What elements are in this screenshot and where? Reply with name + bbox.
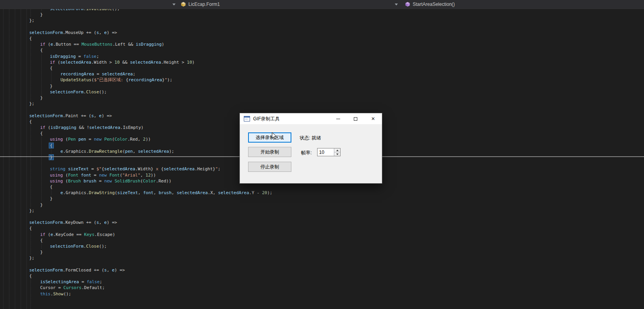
close-button[interactable]: ✕ <box>364 114 382 124</box>
code-line: if (e.Button == MouseButtons.Left && isD… <box>40 41 164 47</box>
code-line: }; <box>29 208 34 214</box>
spinner-up-button[interactable] <box>334 148 340 152</box>
code-line: { <box>50 65 53 71</box>
maximize-button[interactable] <box>347 114 364 124</box>
spinner-down-button[interactable] <box>334 152 340 156</box>
code-line: isSelectingArea = false; <box>40 279 102 285</box>
code-line: } <box>50 154 53 160</box>
start-record-button[interactable]: 开始录制 <box>248 147 291 157</box>
code-line: } <box>40 95 43 101</box>
code-line: using (Brush brush = new SolidBrush(Colo… <box>50 178 171 184</box>
code-line: { <box>50 184 53 190</box>
code-line: e.Graphics.DrawRectangle(pen, selectedAr… <box>60 148 174 154</box>
spinner-down-icon <box>336 154 339 155</box>
code-line: { <box>40 47 43 53</box>
navbar-member-dropdown[interactable]: StartAreaSelection() <box>401 0 644 9</box>
gif-tool-dialog: GIF录制工具 ✕ 选择录制区域 状态: 就绪 开始录制 帧率: 10 <box>240 113 382 184</box>
code-line: selectionForm.Close(); <box>50 89 107 95</box>
code-line: { <box>29 119 32 125</box>
close-icon: ✕ <box>371 116 375 121</box>
code-line: if (isDragging && !selectedArea.IsEmpty) <box>40 125 144 130</box>
code-line: } <box>40 249 43 255</box>
code-line: { <box>40 130 43 136</box>
code-line: if (e.KeyCode == Keys.Escape) <box>40 232 115 238</box>
navbar-class-dropdown[interactable]: LicEcap.Form1 <box>179 0 401 9</box>
chevron-down-icon <box>395 4 398 5</box>
chevron-down-icon <box>172 4 176 5</box>
status-label: 状态: 就绪 <box>300 135 321 141</box>
code-line: using (Pen pen = new Pen(Color.Red, 2)) <box>50 136 151 142</box>
code-line: Cursor = Cursors.Default; <box>40 285 105 291</box>
class-icon <box>181 2 186 7</box>
code-line: }; <box>29 255 34 261</box>
method-icon <box>405 2 410 7</box>
navbar-class-label: LicEcap.Form1 <box>188 2 220 7</box>
code-line: { <box>29 36 32 41</box>
code-line: using (Font font = new Font("Arial", 12)… <box>50 172 156 178</box>
minimize-icon <box>336 119 340 119</box>
spinner-up-icon <box>336 150 339 151</box>
code-line: selectionForm.Close(); <box>50 243 107 249</box>
dialog-titlebar[interactable]: GIF录制工具 ✕ <box>240 113 382 124</box>
code-line: { <box>29 225 32 231</box>
code-line: { <box>40 238 43 243</box>
navigation-bar: LicEcap.Form1 StartAreaSelection() <box>0 0 644 9</box>
select-area-button[interactable]: 选择录制区域 <box>248 132 291 143</box>
framerate-input[interactable]: 10 <box>318 148 334 156</box>
code-line: if (selectedArea.Width > 10 && selectedA… <box>50 59 195 65</box>
stop-record-button[interactable]: 停止录制 <box>248 162 291 172</box>
code-line: e.Graphics.DrawString(sizeText, font, br… <box>60 190 272 196</box>
code-line: selectionForm.Paint += (s, e) => <box>29 113 112 119</box>
code-line: }; <box>29 18 34 23</box>
mouse-cursor <box>271 132 277 141</box>
code-line: this.Show(); <box>40 291 71 297</box>
code-line: } <box>50 196 53 202</box>
code-line: string sizeText = $"{selectedArea.Width}… <box>50 166 220 172</box>
code-line: selectionForm.MouseUp += (s, e) => <box>29 30 117 36</box>
window-icon <box>244 116 250 121</box>
code-line: { <box>50 143 53 148</box>
dialog-title: GIF录制工具 <box>253 116 329 122</box>
framerate-label: 帧率: <box>301 150 312 156</box>
code-line: UpdateStatus($"已选择区域: {recordingArea}"); <box>60 77 172 83</box>
framerate-updown: 10 <box>317 148 341 156</box>
maximize-icon <box>354 117 357 121</box>
code-line: selectionForm.KeyDown += (s, e) => <box>29 220 117 225</box>
dialog-body: 选择录制区域 状态: 就绪 开始录制 帧率: 10 停止录制 <box>240 124 382 183</box>
code-line: } <box>40 202 43 208</box>
code-line: } <box>40 12 43 18</box>
code-line: }; <box>29 101 34 107</box>
minimize-button[interactable] <box>329 114 347 124</box>
code-line: isDragging = false; <box>50 54 99 59</box>
framerate-spinner <box>334 148 340 156</box>
code-line: selectionForm.FormClosed += (s, e) => <box>29 267 125 273</box>
code-line: } <box>50 83 53 89</box>
navbar-project-dropdown[interactable] <box>0 0 179 9</box>
code-line: recordingArea = selectedArea; <box>60 71 135 77</box>
code-line: { <box>29 273 32 279</box>
navbar-member-label: StartAreaSelection() <box>413 2 455 7</box>
